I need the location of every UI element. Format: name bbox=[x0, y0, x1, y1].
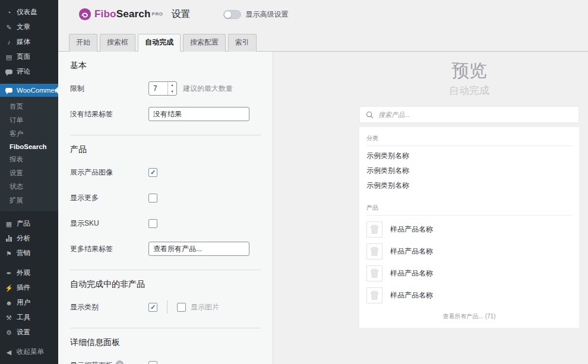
product-name: 样品产品名称 bbox=[390, 268, 433, 278]
show-details-label: 显示细节面板? bbox=[70, 360, 148, 364]
preview-title: 预览 bbox=[359, 59, 579, 83]
sidebar-item-tools[interactable]: ⚒ 工具 bbox=[0, 310, 58, 325]
sidebar-item-label: 收起菜单 bbox=[17, 347, 44, 356]
comments-icon bbox=[5, 69, 12, 74]
sidebar-item-users[interactable]: ☻ 用户 bbox=[0, 295, 58, 310]
more-results-input[interactable] bbox=[148, 242, 249, 256]
form-row-show-image: 展示产品图像 ✓ bbox=[70, 165, 261, 179]
help-icon[interactable]: ? bbox=[116, 360, 124, 364]
section-non-products: 自动完成中的非产品 显示类别 ✓ 显示图片 bbox=[70, 270, 261, 328]
submenu-item-home[interactable]: 首页 bbox=[0, 100, 58, 113]
tshirt-icon bbox=[368, 223, 381, 236]
submenu-item-status[interactable]: 状态 bbox=[0, 180, 58, 194]
product-thumbnail bbox=[366, 265, 382, 281]
submenu-item-fibosearch[interactable]: FiboSearch bbox=[0, 141, 58, 153]
sidebar-separator bbox=[0, 211, 58, 216]
products-header: 产品 bbox=[366, 199, 572, 216]
woocommerce-submenu: 首页 订单 客户 FiboSearch 报表 设置 状态 扩展 bbox=[0, 97, 58, 211]
submenu-item-orders[interactable]: 订单 bbox=[0, 113, 58, 127]
stepper-up-icon[interactable]: ▲ bbox=[168, 82, 176, 88]
tab-index[interactable]: 索引 bbox=[228, 34, 257, 52]
advanced-settings-toggle-wrap: 显示高级设置 bbox=[223, 10, 288, 20]
sidebar-item-media[interactable]: ♪ 媒体 bbox=[0, 34, 58, 49]
fibosearch-logo: FiboSearchPRO bbox=[78, 8, 163, 21]
show-image-checkbox[interactable]: ✓ bbox=[148, 168, 157, 177]
limit-hint: 建议的最大数量 bbox=[183, 84, 233, 94]
sidebar-item-comments[interactable]: 评论 bbox=[0, 64, 58, 79]
section-title: 基本 bbox=[70, 61, 261, 71]
show-more-label: 显示更多 bbox=[70, 193, 148, 203]
preview-search-input[interactable] bbox=[378, 111, 573, 118]
sidebar-item-label: 外观 bbox=[17, 268, 30, 277]
form-row-show-sku: 显示SKU bbox=[70, 216, 261, 230]
submenu-item-extensions[interactable]: 扩展 bbox=[0, 194, 58, 207]
no-results-input[interactable] bbox=[148, 107, 249, 121]
show-categories-checkbox[interactable]: ✓ bbox=[148, 303, 157, 312]
sidebar-item-label: WooCommerce bbox=[17, 87, 58, 94]
limit-value: 7 bbox=[149, 82, 167, 95]
sidebar-item-label: 文章 bbox=[17, 23, 30, 31]
product-suggestion[interactable]: 样品产品名称 bbox=[366, 262, 572, 284]
sidebar-item-label: 评论 bbox=[17, 67, 30, 76]
see-all-products-link[interactable]: 查看所有产品... (71) bbox=[366, 306, 572, 322]
advanced-settings-toggle[interactable] bbox=[223, 10, 241, 19]
tshirt-icon bbox=[368, 289, 381, 302]
pages-icon: ▤ bbox=[5, 53, 13, 61]
sidebar-item-plugins[interactable]: ⚡ 插件 bbox=[0, 280, 58, 295]
form-row-show-categories: 显示类别 ✓ 显示图片 bbox=[70, 300, 261, 314]
tab-autocomplete[interactable]: 自动完成 bbox=[138, 34, 181, 52]
sidebar-item-label: 营销 bbox=[17, 249, 30, 258]
tshirt-icon bbox=[368, 267, 381, 280]
tab-search-config[interactable]: 搜索配置 bbox=[183, 34, 226, 52]
show-details-label-text: 显示细节面板 bbox=[70, 361, 113, 364]
search-icon bbox=[366, 111, 374, 119]
autocomplete-panel: 分类 示例类别名称 示例类别名称 示例类别名称 产品 样品产品名称 bbox=[359, 127, 579, 328]
tab-start[interactable]: 开始 bbox=[69, 34, 97, 52]
sidebar-item-products[interactable]: ▦ 产品 bbox=[0, 216, 58, 231]
category-suggestion[interactable]: 示例类别名称 bbox=[366, 148, 572, 163]
tab-search-bar[interactable]: 搜索框 bbox=[100, 34, 135, 52]
submenu-item-reports[interactable]: 报表 bbox=[0, 153, 58, 166]
sidebar-item-label: 用户 bbox=[17, 298, 30, 307]
show-sku-label: 显示SKU bbox=[70, 219, 148, 229]
section-details-panel: 详细信息面板 显示细节面板? 保存更改 bbox=[70, 328, 261, 364]
product-suggestion[interactable]: 样品产品名称 bbox=[366, 219, 572, 240]
plugins-icon: ⚡ bbox=[5, 284, 13, 292]
section-basic: 基本 限制 7 ▲ ▼ 建议的最大数量 没有结果标签 bbox=[70, 52, 261, 135]
sidebar-item-posts[interactable]: ✎ 文章 bbox=[0, 20, 58, 34]
preview-search-bar bbox=[359, 106, 579, 123]
show-details-checkbox[interactable] bbox=[148, 361, 157, 364]
collapse-arrow-icon: ◀ bbox=[5, 349, 13, 356]
page-title: 设置 bbox=[171, 8, 190, 21]
form-row-no-results: 没有结果标签 bbox=[70, 107, 261, 121]
product-suggestion[interactable]: 样品产品名称 bbox=[366, 284, 572, 306]
admin-sidebar: ◔ 仪表盘 ✎ 文章 ♪ 媒体 ▤ 页面 评论 WooCommerce 首页 订… bbox=[0, 0, 58, 364]
products-list: 样品产品名称 样品产品名称 样品产品名称 bbox=[366, 216, 572, 306]
submenu-item-settings[interactable]: 设置 bbox=[0, 166, 58, 180]
category-suggestion[interactable]: 示例类别名称 bbox=[366, 178, 572, 193]
show-images-checkbox[interactable] bbox=[177, 303, 186, 312]
product-suggestion[interactable]: 样品产品名称 bbox=[366, 240, 572, 262]
sidebar-item-dashboard[interactable]: ◔ 仪表盘 bbox=[0, 5, 58, 20]
show-categories-label: 显示类别 bbox=[70, 302, 148, 312]
sidebar-item-appearance[interactable]: ✒ 外观 bbox=[0, 265, 58, 280]
limit-stepper[interactable]: 7 ▲ ▼ bbox=[148, 81, 177, 96]
woocommerce-icon bbox=[5, 88, 12, 93]
sidebar-item-marketing[interactable]: ⚑ 营销 bbox=[0, 246, 58, 261]
media-icon: ♪ bbox=[5, 39, 13, 46]
show-more-checkbox[interactable] bbox=[148, 194, 157, 202]
sidebar-item-settings[interactable]: ⚙ 设置 bbox=[0, 325, 58, 340]
sidebar-item-analytics[interactable]: 分析 bbox=[0, 231, 58, 246]
sidebar-item-woocommerce[interactable]: WooCommerce bbox=[0, 84, 58, 97]
form-row-more-results: 更多结果标签 bbox=[70, 242, 261, 256]
sidebar-item-label: 插件 bbox=[17, 283, 30, 292]
brand-search: Search bbox=[116, 8, 151, 20]
sidebar-collapse-menu[interactable]: ◀ 收起菜单 bbox=[0, 344, 58, 359]
category-suggestion[interactable]: 示例类别名称 bbox=[366, 163, 572, 178]
stepper-down-icon[interactable]: ▼ bbox=[168, 88, 176, 95]
sidebar-item-pages[interactable]: ▤ 页面 bbox=[0, 49, 58, 64]
submenu-item-customers[interactable]: 客户 bbox=[0, 127, 58, 141]
product-name: 样品产品名称 bbox=[390, 246, 433, 257]
show-sku-checkbox[interactable] bbox=[148, 219, 157, 228]
section-products: 产品 展示产品图像 ✓ 显示更多 显示SKU 更多结果标签 bbox=[70, 135, 261, 270]
